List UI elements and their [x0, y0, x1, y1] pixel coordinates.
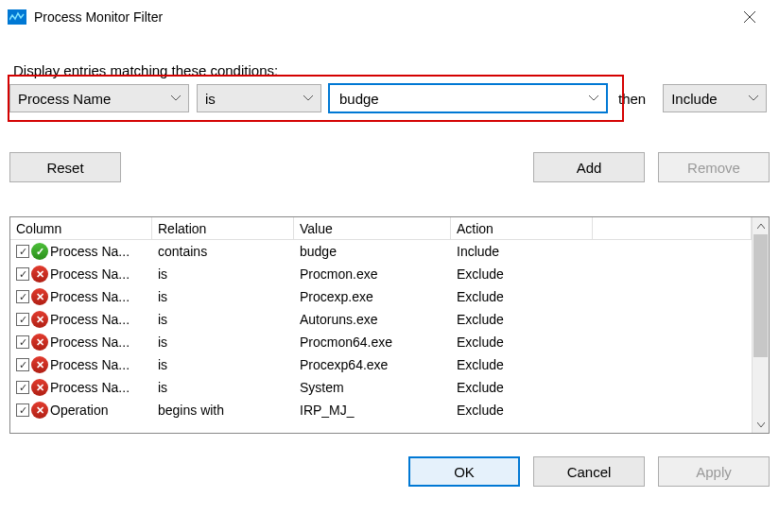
app-icon [8, 9, 26, 25]
row-action: Exclude [451, 312, 593, 327]
row-column: Process Na... [50, 335, 130, 350]
row-action: Exclude [451, 380, 593, 395]
row-value: Procexp.exe [294, 289, 451, 304]
x-icon: ✕ [31, 356, 48, 373]
action-dropdown[interactable]: Include [663, 84, 767, 112]
row-checkbox[interactable]: ✓ [16, 403, 29, 417]
action-dropdown-value: Include [671, 91, 717, 107]
header-relation[interactable]: Relation [152, 217, 294, 239]
column-dropdown-value: Process Name [18, 91, 111, 107]
filter-list[interactable]: Column Relation Value Action ✓✓Process N… [9, 216, 770, 434]
relation-dropdown[interactable]: is [197, 84, 321, 112]
row-column: Process Na... [50, 266, 130, 282]
row-checkbox[interactable]: ✓ [16, 335, 29, 349]
row-checkbox[interactable]: ✓ [16, 381, 29, 394]
row-relation: contains [152, 244, 294, 259]
value-input[interactable] [338, 90, 581, 108]
row-value: System [294, 380, 451, 395]
table-row[interactable]: ✓✕Process Na...isProcexp.exeExclude [10, 285, 752, 308]
column-dropdown[interactable]: Process Name [9, 84, 189, 112]
row-column: Operation [50, 403, 108, 418]
row-column: Process Na... [50, 357, 130, 372]
row-relation: begins with [152, 403, 294, 418]
scroll-up-icon[interactable] [753, 217, 769, 234]
header-column[interactable]: Column [10, 217, 152, 239]
prompt-label: Display entries matching these condition… [13, 62, 770, 78]
row-value: Procexp64.exe [294, 357, 451, 372]
table-row[interactable]: ✓✕Operationbegins withIRP_MJ_Exclude [10, 399, 752, 421]
row-column: Process Na... [50, 244, 130, 259]
row-relation: is [152, 357, 294, 372]
header-value[interactable]: Value [294, 217, 451, 239]
ok-button[interactable]: OK [408, 456, 520, 487]
filter-row: Process Name is then Include [9, 84, 770, 112]
row-action: Exclude [451, 289, 593, 304]
row-relation: is [152, 312, 294, 327]
titlebar: Process Monitor Filter [0, 0, 779, 34]
row-relation: is [152, 266, 294, 282]
dialog-footer: OK Cancel Apply [0, 443, 779, 496]
close-button[interactable] [728, 2, 771, 32]
scroll-thumb[interactable] [753, 234, 768, 357]
x-icon: ✕ [31, 379, 48, 396]
add-button[interactable]: Add [533, 152, 645, 182]
chevron-down-icon [171, 95, 181, 101]
reset-button[interactable]: Reset [9, 152, 121, 182]
row-value: Procmon64.exe [294, 335, 451, 350]
row-checkbox[interactable]: ✓ [16, 245, 29, 258]
chevron-down-icon [303, 95, 313, 101]
table-row[interactable]: ✓✕Process Na...isSystemExclude [10, 376, 752, 399]
row-value: Autoruns.exe [294, 312, 451, 327]
x-icon: ✕ [31, 334, 48, 351]
row-value: Procmon.exe [294, 266, 451, 282]
check-icon: ✓ [31, 243, 48, 260]
row-action: Exclude [451, 335, 593, 350]
window-title: Process Monitor Filter [34, 9, 728, 25]
table-row[interactable]: ✓✕Process Na...isProcexp64.exeExclude [10, 353, 752, 376]
row-action: Exclude [451, 266, 593, 282]
row-relation: is [152, 289, 294, 304]
table-row[interactable]: ✓✕Process Na...isProcmon.exeExclude [10, 263, 752, 285]
x-icon: ✕ [31, 311, 48, 328]
list-header[interactable]: Column Relation Value Action [10, 217, 752, 240]
row-column: Process Na... [50, 312, 130, 327]
row-action: Exclude [451, 357, 593, 372]
table-row[interactable]: ✓✓Process Na...containsbudgeInclude [10, 240, 752, 263]
row-relation: is [152, 335, 294, 350]
row-column: Process Na... [50, 380, 130, 395]
scroll-down-icon[interactable] [753, 416, 769, 433]
apply-button[interactable]: Apply [658, 456, 770, 487]
x-icon: ✕ [31, 288, 48, 305]
row-relation: is [152, 380, 294, 395]
then-label: then [618, 91, 646, 107]
row-column: Process Na... [50, 289, 130, 304]
row-value: IRP_MJ_ [294, 403, 451, 418]
row-action: Exclude [451, 403, 593, 418]
header-spacer [593, 217, 752, 239]
chevron-down-icon [589, 95, 598, 101]
table-row[interactable]: ✓✕Process Na...isProcmon64.exeExclude [10, 331, 752, 353]
row-checkbox[interactable]: ✓ [16, 267, 29, 281]
scrollbar[interactable] [752, 217, 769, 433]
cancel-button[interactable]: Cancel [533, 456, 645, 487]
header-action[interactable]: Action [451, 217, 593, 239]
row-checkbox[interactable]: ✓ [16, 290, 29, 303]
chevron-down-icon [749, 95, 758, 101]
x-icon: ✕ [31, 402, 48, 419]
row-checkbox[interactable]: ✓ [16, 313, 29, 326]
relation-dropdown-value: is [205, 91, 216, 107]
x-icon: ✕ [31, 266, 48, 283]
row-checkbox[interactable]: ✓ [16, 358, 29, 371]
remove-button[interactable]: Remove [658, 152, 770, 182]
row-value: budge [294, 244, 451, 259]
table-row[interactable]: ✓✕Process Na...isAutoruns.exeExclude [10, 308, 752, 331]
row-action: Include [451, 244, 593, 259]
value-combobox[interactable] [329, 84, 607, 112]
